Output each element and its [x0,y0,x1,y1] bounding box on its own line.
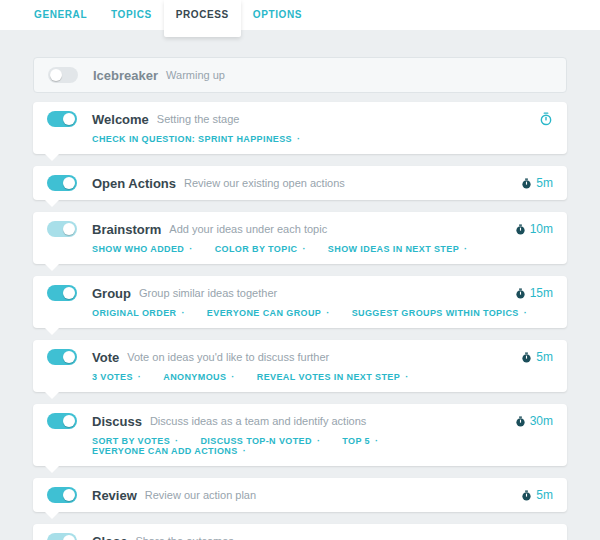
duration-label: 5m [536,488,553,502]
open-actions-toggle[interactable] [47,175,77,191]
step-option-everyone-can-group[interactable]: EVERYONE CAN GROUP· [207,308,330,318]
tab-topics[interactable]: TOPICS [99,0,164,30]
welcome-toggle[interactable] [47,111,77,127]
step-card-discuss: Discuss Discuss ideas as a team and iden… [33,404,567,466]
step-option-anonymous[interactable]: ANONYMOUS· [163,372,235,382]
step-option-check-in-question[interactable]: CHECK IN QUESTION: SPRINT HAPPINESS· [92,134,300,144]
step-title: Welcome [92,112,149,127]
duration-badge[interactable]: 5m [521,488,553,502]
step-option-reveal-votes[interactable]: REVEAL VOTES IN NEXT STEP· [257,372,409,382]
step-option-discuss-top-n[interactable]: DISCUSS TOP-N VOTED· [200,436,320,446]
duration-label: 15m [530,286,553,300]
step-description: Setting the stage [157,113,240,125]
close-toggle[interactable] [47,533,77,540]
discuss-toggle[interactable] [47,413,77,429]
step-option-show-who-added[interactable]: SHOW WHO ADDED· [92,244,193,254]
duration-label: 5m [536,176,553,190]
tab-process[interactable]: PROCESS [164,0,241,37]
duration-label: 10m [530,222,553,236]
step-card-icebreaker: Icebreaker Warming up [33,57,567,93]
tab-bar: GENERAL TOPICS PROCESS OPTIONS [0,0,600,30]
tab-options[interactable]: OPTIONS [241,0,314,30]
duration-badge[interactable]: 30m [515,414,553,428]
step-card-review: Review Review our action plan 5m [33,478,567,512]
stopwatch-icon [515,288,526,299]
group-toggle[interactable] [47,285,77,301]
step-card-group: Group Group similar ideas together 15m O… [33,276,567,328]
step-description: Vote on ideas you'd like to discuss furt… [127,351,329,363]
step-option-show-ideas-next-step[interactable]: SHOW IDEAS IN NEXT STEP· [328,244,468,254]
step-option-suggest-groups[interactable]: SUGGEST GROUPS WITHIN TOPICS· [352,308,527,318]
vote-toggle[interactable] [47,349,77,365]
stopwatch-icon [515,416,526,427]
step-option-votes-count[interactable]: 3 VOTES· [92,372,141,382]
step-description: Discuss ideas as a team and identify act… [150,415,366,427]
review-toggle[interactable] [47,487,77,503]
duration-badge[interactable]: 5m [521,350,553,364]
duration-badge[interactable]: 10m [515,222,553,236]
stopwatch-outline-icon[interactable] [539,112,553,126]
stopwatch-icon [521,490,532,501]
step-card-close: Close Share the outcomes CHECK OUT QUEST… [33,524,567,540]
brainstorm-toggle[interactable] [47,221,77,237]
duration-label: 5m [536,350,553,364]
step-card-brainstorm: Brainstorm Add your ideas under each top… [33,212,567,264]
step-card-vote: Vote Vote on ideas you'd like to discuss… [33,340,567,392]
step-title: Vote [92,350,119,365]
step-card-welcome: Welcome Setting the stage CHECK IN QUEST… [33,102,567,154]
step-option-sort-by-votes[interactable]: SORT BY VOTES· [92,436,178,446]
step-description: Add your ideas under each topic [169,223,327,235]
process-step-list: Icebreaker Warming up Welcome Setting th… [0,30,600,540]
step-card-open-actions: Open Actions Review our existing open ac… [33,166,567,200]
stopwatch-icon [521,178,532,189]
step-title: Open Actions [92,176,176,191]
step-title: Brainstorm [92,222,161,237]
tab-general[interactable]: GENERAL [22,0,99,30]
step-description: Warming up [166,69,225,81]
step-title: Discuss [92,414,142,429]
step-title: Close [92,534,127,540]
step-description: Review our existing open actions [184,177,345,189]
step-title: Group [92,286,131,301]
step-option-top-5[interactable]: TOP 5· [342,436,378,446]
stopwatch-icon [521,352,532,363]
step-option-original-order[interactable]: ORIGINAL ORDER· [92,308,185,318]
duration-badge[interactable]: 5m [521,176,553,190]
stopwatch-icon [515,224,526,235]
step-description: Review our action plan [145,489,256,501]
step-description: Group similar ideas together [139,287,277,299]
duration-label: 30m [530,414,553,428]
step-description: Share the outcomes [135,535,233,540]
step-title: Review [92,488,137,503]
duration-badge[interactable]: 15m [515,286,553,300]
step-option-color-by-topic[interactable]: COLOR BY TOPIC· [215,244,306,254]
step-title: Icebreaker [93,68,158,83]
step-option-everyone-add-actions[interactable]: EVERYONE CAN ADD ACTIONS· [92,446,246,456]
icebreaker-toggle[interactable] [48,67,78,83]
